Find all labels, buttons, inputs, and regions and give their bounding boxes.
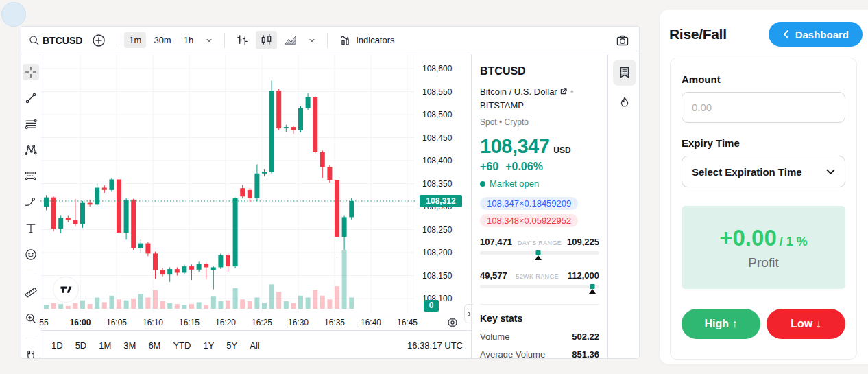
chart-widget: BTCUSD 1m 30m 1h Indicators — [21, 26, 640, 359]
range-all-button[interactable]: All — [250, 340, 259, 351]
range-1m-button[interactable]: 1M — [99, 340, 111, 351]
52wk-range-track — [480, 285, 599, 288]
details-icon-rail — [607, 54, 640, 358]
profit-box: +0.00 / 1 % Profit — [682, 206, 845, 289]
range-5d-button[interactable]: 5D — [75, 340, 87, 351]
measure-ruler-tool[interactable] — [23, 284, 39, 301]
interval-1h-button[interactable]: 1h — [179, 32, 198, 48]
52wk-range-block: 49,577 52WK RANGE 112,000 — [480, 270, 599, 294]
chart-toolbar: BTCUSD 1m 30m 1h Indicators — [21, 27, 640, 54]
key-stats-title: Key stats — [480, 313, 599, 324]
area-chart-style-button[interactable] — [280, 31, 301, 49]
symbol-details-panel: BTCUSD Bitcoin / U.S. Dollar • BITSTAMP … — [472, 54, 607, 358]
toolbar-separator — [117, 33, 117, 48]
fib-retracement-tool[interactable] — [23, 116, 39, 132]
camera-snapshot-button[interactable] — [612, 31, 634, 50]
symbol-overview-tab[interactable] — [613, 60, 636, 86]
search-icon[interactable] — [28, 34, 40, 46]
candles-style-button[interactable] — [256, 31, 277, 49]
dashboard-button[interactable]: Dashboard — [769, 22, 863, 47]
range-6m-button[interactable]: 6M — [148, 340, 160, 351]
current-price-badge: 108,312 — [420, 195, 462, 207]
time-tick: 16:35 — [324, 318, 345, 327]
days-range-pointer — [535, 255, 542, 260]
52wk-range-pointer — [589, 289, 596, 294]
chart-plot-area[interactable] — [40, 54, 415, 314]
price-tick: 108,400 — [422, 156, 452, 165]
crosshair-tool[interactable] — [23, 64, 39, 80]
hot-trending-tab[interactable] — [613, 90, 636, 116]
trend-line-tool[interactable] — [23, 90, 39, 106]
ohlc-bars-style-button[interactable] — [232, 31, 253, 49]
gear-settings-icon[interactable] — [446, 316, 459, 329]
days-range-label: DAY'S RANGE — [518, 239, 562, 246]
last-price-row: 108,347 USD — [480, 135, 599, 158]
52wk-range-low: 49,577 — [480, 270, 507, 281]
text-tool[interactable] — [23, 220, 39, 237]
ask-quote-pill: 108,348×0.05922952 — [480, 214, 578, 227]
market-type-line: Spot • Crypto — [480, 117, 599, 127]
low-button[interactable]: Low ↓ — [767, 309, 845, 339]
price-tick: 108,350 — [422, 179, 452, 189]
range-1d-button[interactable]: 1D — [51, 340, 63, 351]
days-range-low: 107,471 — [480, 237, 512, 247]
range-3m-button[interactable]: 3M — [123, 340, 136, 351]
toolbar-separator — [327, 33, 328, 48]
chevron-left-icon — [782, 30, 790, 39]
days-range-high: 109,225 — [567, 237, 599, 247]
indicators-label: Indicators — [356, 35, 394, 45]
brush-tool[interactable] — [23, 194, 39, 211]
days-range-block: 107,471 DAY'S RANGE 109,225 — [480, 237, 599, 261]
range-toolbar: 1D 5D 1M 3M 6M YTD 1Y 5Y All 16:38:17 UT… — [40, 330, 471, 359]
price-change-row: +60 +0.06% — [480, 161, 599, 173]
rail-divider — [25, 274, 36, 274]
name-dot: • — [570, 86, 574, 97]
time-tick: 16:30 — [288, 318, 309, 327]
symbol-search-button[interactable]: BTCUSD — [43, 35, 82, 46]
trade-panel: Rise/Fall Dashboard Amount Expiry Time S… — [660, 10, 868, 364]
details-name-line: Bitcoin / U.S. Dollar • BITSTAMP — [480, 85, 599, 113]
time-tick: 16:25 — [252, 318, 272, 327]
expiry-select[interactable]: Select Expiration Time — [682, 156, 845, 187]
price-tick: 108,150 — [422, 271, 452, 281]
zoom-in-tool[interactable] — [23, 310, 39, 327]
key-stats-row-avg-volume: Average Volume 851.36 — [480, 349, 599, 358]
time-tick: 55 — [39, 318, 48, 327]
key-stats-row-volume: Volume 502.22 — [480, 331, 599, 342]
trade-buttons-row: High ↑ Low ↓ — [682, 309, 845, 339]
projection-tool[interactable] — [23, 168, 39, 185]
indicators-button[interactable]: Indicators — [335, 31, 398, 50]
style-menu-chevron[interactable] — [304, 34, 320, 47]
volume-zero-badge: 0 — [424, 300, 439, 312]
amount-input[interactable] — [682, 92, 845, 123]
expiry-selected-value: Select Expiration Time — [692, 166, 802, 178]
time-axis[interactable]: 5516:0016:0516:1016:1516:2016:2516:3016:… — [40, 314, 471, 330]
decorative-circle — [1, 2, 26, 27]
interval-1m-button[interactable]: 1m — [124, 32, 146, 48]
amount-label: Amount — [682, 73, 845, 85]
magnet-tool[interactable] — [23, 348, 39, 359]
time-tick: 16:40 — [361, 318, 381, 327]
high-button[interactable]: High ↑ — [682, 309, 760, 339]
rail-divider — [25, 338, 36, 338]
interval-30m-button[interactable]: 30m — [149, 32, 176, 48]
time-tick: 16:00 — [70, 318, 91, 327]
price-axis[interactable]: 108,600108,550108,500108,450108,400108,3… — [415, 54, 471, 314]
profit-word: Profit — [748, 255, 778, 270]
interval-menu-chevron[interactable] — [201, 34, 217, 47]
trade-form: Amount Expiry Time Select Expiration Tim… — [670, 58, 857, 360]
xabcd-pattern-tool[interactable] — [23, 142, 39, 159]
utc-clock[interactable]: 16:38:17 UTC — [407, 340, 463, 351]
trade-panel-title: Rise/Fall — [669, 26, 727, 43]
range-5y-button[interactable]: 5Y — [226, 340, 237, 351]
price-tick: 108,250 — [422, 225, 452, 235]
price-tick: 108,450 — [422, 133, 452, 143]
range-ytd-button[interactable]: YTD — [173, 340, 191, 351]
emoji-tool[interactable] — [23, 246, 39, 263]
external-link-icon[interactable] — [559, 87, 568, 95]
range-1y-button[interactable]: 1Y — [203, 340, 214, 351]
symbol-full-name[interactable]: Bitcoin / U.S. Dollar — [480, 86, 557, 97]
compare-add-button[interactable] — [88, 31, 110, 50]
drawing-tools-rail — [21, 54, 40, 358]
tradingview-logo[interactable] — [53, 277, 79, 303]
